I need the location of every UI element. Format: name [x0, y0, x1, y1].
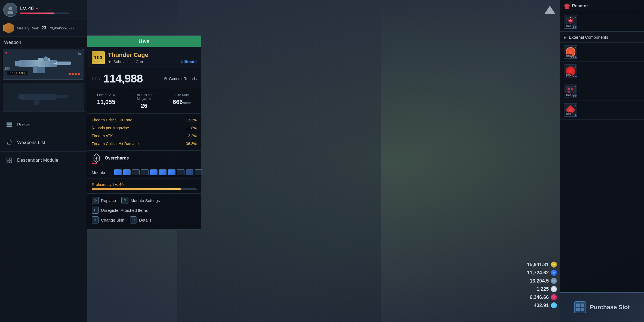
weapon-panel: Use 100 ✦ Thunder Cage ✦ Submachine Gun …	[87, 35, 201, 230]
mastery-xp: 70,969/229,600	[49, 26, 73, 30]
weapon-item-1[interactable]: DPS 114,988 ⊞ ♥ 250	[3, 49, 84, 79]
weapon-name: Thunder Cage	[108, 51, 197, 59]
module-slot-2[interactable]	[123, 169, 131, 175]
currency-row-3: 16,204.5	[522, 278, 557, 284]
module-slot-1[interactable]	[114, 169, 122, 175]
module-slot-4[interactable]	[141, 169, 149, 175]
details-button[interactable]: F1 Details	[130, 216, 152, 223]
svg-rect-14	[7, 122, 12, 124]
module-slot-7[interactable]	[168, 169, 175, 175]
svg-rect-35	[571, 88, 573, 90]
currency-row-6: 432.91	[522, 302, 557, 308]
currency-value-3: 16,204.5	[522, 278, 549, 284]
replace-key: ◎	[92, 197, 99, 204]
star-e2	[575, 95, 577, 97]
weapon-type: Submachine Gun	[113, 60, 143, 64]
ext-item-3[interactable]: 100 ♥	[560, 81, 644, 100]
stat-firearm-atk: Firearm ATK 11,055	[87, 89, 125, 113]
dps-section: DPS 114,988 ⚙ General Rounds	[87, 68, 201, 89]
weapon-item-2[interactable]	[3, 83, 84, 112]
module-slot-10[interactable]	[195, 169, 202, 175]
currency-icon-diamond	[551, 302, 557, 308]
module-settings-button[interactable]: N Module Settings	[121, 197, 160, 204]
use-button[interactable]: Use	[87, 36, 201, 47]
stat-fire-rate: Fire Rate 666r/min	[163, 89, 201, 113]
mastery-info: Mastery Rank 23 70,969/229,600	[17, 26, 84, 30]
currency-row-2: 11,724.62	[522, 270, 557, 276]
ext-chevron-icon: ▶	[564, 35, 567, 39]
ext-item-4[interactable]: 100 ♥	[560, 100, 644, 120]
purchase-cell-1	[576, 303, 580, 307]
purchase-cell-3	[576, 308, 580, 311]
action-row-1: ◎ Replace N Module Settings	[92, 197, 197, 204]
svg-rect-10	[20, 94, 56, 100]
action-row-2: U Unregister Attached Items	[92, 207, 197, 214]
svg-rect-21	[7, 161, 9, 163]
ext-badge-4: 100 ♥	[564, 103, 577, 117]
svg-marker-29	[552, 304, 556, 307]
svg-rect-4	[15, 61, 22, 66]
module-slot-9[interactable]	[186, 169, 193, 175]
module-slot-5[interactable]	[150, 169, 158, 175]
stat-fire-rate-label: Fire Rate	[167, 93, 198, 97]
level-text: Lv. 40	[20, 6, 34, 11]
weapon-menu-icon[interactable]: ⊞	[78, 51, 82, 56]
module-slot-6[interactable]	[159, 169, 167, 175]
up-arrow-icon	[544, 6, 555, 14]
module-label: Module	[92, 170, 111, 175]
overcharge-section: Overcharge	[87, 151, 201, 166]
star-c3	[575, 56, 577, 58]
nav-items: Preset Weapons List Descend	[0, 116, 87, 322]
player-info: Lv. 40 ♥	[20, 6, 84, 14]
svg-point-28	[552, 287, 556, 291]
mastery-icon	[3, 23, 14, 33]
weapon-2-silhouette	[16, 88, 71, 106]
ext-item-2[interactable]: 100 ♥	[560, 62, 644, 81]
bonus-row-1: Firearm Critical Hit Rate 13.3%	[92, 116, 197, 124]
nav-descendant-module[interactable]: Descendant Module	[0, 152, 87, 169]
up-arrow-button[interactable]	[543, 3, 557, 17]
change-skin-button[interactable]: X Change Skin	[92, 216, 124, 223]
svg-point-1	[7, 11, 13, 14]
ext-item-2-stars	[573, 76, 577, 77]
module-slot-3[interactable]	[132, 169, 140, 175]
right-panel: Reactor 100 ♥ ▶ External Components	[560, 0, 644, 322]
replace-label: Replace	[101, 198, 116, 203]
module-slot-8[interactable]	[177, 169, 184, 175]
weapon-stars	[69, 73, 80, 75]
preset-icon	[5, 121, 13, 129]
nav-preset[interactable]: Preset	[0, 116, 87, 134]
ammo-type-label: General Rounds	[169, 76, 197, 81]
unregister-button[interactable]: U Unregister Attached Items	[92, 207, 148, 214]
purchase-slot-button[interactable]: Purchase Slot	[560, 292, 644, 322]
replace-button[interactable]: ◎ Replace	[92, 197, 116, 204]
change-skin-key: X	[92, 216, 99, 223]
mastery-label: Mastery Rank	[17, 26, 39, 30]
bonus-3-value: 12.2%	[186, 134, 197, 138]
weapons-list-label: Weapons List	[17, 140, 45, 145]
player-header: Lv. 40 ♥	[0, 0, 87, 20]
stats-grid: Firearm ATK 11,055 Rounds per Magazine 2…	[87, 89, 201, 114]
star-c1	[571, 56, 572, 58]
weapon-image-area: DPS 114,988	[6, 52, 81, 76]
proficiency-fill	[92, 188, 181, 190]
stat-fire-rate-value: 666r/min	[167, 99, 198, 106]
currency-icon-blue	[551, 270, 557, 276]
nav-weapons-list[interactable]: Weapons List	[0, 134, 87, 152]
reactor-item-1[interactable]: 100 ♥	[560, 12, 644, 32]
details-label: Details	[139, 218, 152, 222]
currency-icon-heart	[551, 294, 557, 300]
star-f1	[575, 114, 577, 116]
bonus-4-name: Firearm Critical Hit Damage	[92, 142, 139, 146]
unregister-key: U	[92, 207, 99, 214]
ext-item-4-level: 100	[565, 112, 572, 116]
bonus-2-name: Rounds per Magazine	[92, 126, 129, 130]
weapons-list-icon	[5, 139, 13, 146]
mastery-section: Mastery Rank 23 70,969/229,600	[0, 20, 87, 36]
stat-rounds-label: Rounds per Magazine	[128, 93, 159, 101]
ext-components-header: ▶ External Components	[560, 32, 644, 42]
ext-item-3-heart: ♥	[575, 85, 577, 88]
weapon-heart-icon[interactable]: ♥	[5, 51, 7, 55]
player-avatar	[3, 3, 17, 17]
ext-item-1[interactable]: 100 ♥	[560, 42, 644, 62]
